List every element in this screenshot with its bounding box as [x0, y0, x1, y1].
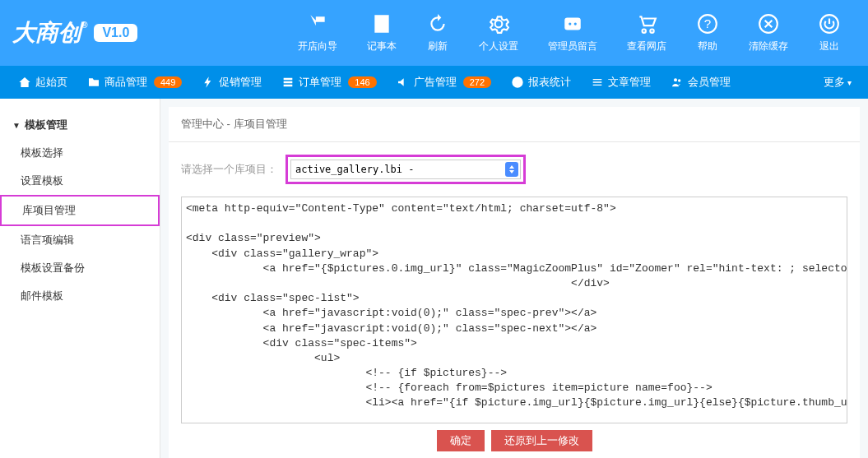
nav-promotions[interactable]: 促销管理	[192, 66, 272, 99]
nav-badge: 449	[154, 76, 182, 88]
cart-icon	[635, 12, 658, 35]
version-badge: V1.0	[94, 24, 137, 42]
form-row: 请选择一个库项目：	[169, 142, 860, 197]
nav-articles[interactable]: 文章管理	[581, 66, 661, 99]
notepad-button[interactable]: 记事本	[352, 6, 411, 60]
power-icon	[818, 12, 841, 35]
content-area: 管理中心 - 库项目管理 请选择一个库项目： 确定 还原到上一修改	[160, 99, 868, 458]
svg-rect-0	[564, 17, 581, 30]
select-wrapper	[285, 155, 526, 184]
top-header: 大商创® V1.0 开店向导 记事本 刷新 个人设置 管理员留言 查看网店	[0, 0, 868, 66]
form-label: 请选择一个库项目：	[181, 162, 277, 177]
main-container: ▼ 模板管理 模板选择 设置模板 库项目管理 语言项编辑 模板设置备份 邮件模板…	[0, 99, 868, 458]
registered-mark: ®	[81, 21, 87, 30]
svg-point-7	[674, 78, 677, 81]
refresh-button[interactable]: 刷新	[411, 6, 464, 60]
view-store-button[interactable]: 查看网店	[612, 6, 681, 60]
confirm-button[interactable]: 确定	[437, 430, 485, 451]
notepad-icon	[370, 12, 393, 35]
nav-orders[interactable]: 订单管理 146	[272, 66, 386, 99]
svg-point-8	[678, 79, 680, 81]
message-icon	[561, 12, 584, 35]
button-row: 确定 还原到上一修改	[169, 423, 860, 458]
close-icon	[757, 12, 780, 35]
library-select[interactable]	[290, 160, 521, 179]
revert-button[interactable]: 还原到上一修改	[491, 430, 592, 451]
help-icon: ?	[696, 12, 719, 35]
logo-text: 大商创®	[12, 17, 87, 49]
content-inner: 管理中心 - 库项目管理 请选择一个库项目： 确定 还原到上一修改	[169, 107, 860, 458]
users-icon	[671, 76, 684, 89]
sidebar-item-mail[interactable]: 邮件模板	[0, 282, 160, 310]
chevron-down-icon: ▾	[847, 78, 852, 87]
code-area	[181, 197, 847, 423]
sidebar-header[interactable]: ▼ 模板管理	[0, 111, 160, 139]
lines-icon	[591, 76, 604, 89]
logo-area: 大商创® V1.0	[12, 17, 137, 49]
chart-icon	[511, 76, 524, 89]
sidebar-item-set-template[interactable]: 设置模板	[0, 167, 160, 195]
refresh-icon	[426, 12, 449, 35]
settings-button[interactable]: 个人设置	[464, 6, 533, 60]
chevron-down-icon: ▼	[12, 121, 21, 130]
list-icon	[281, 76, 295, 89]
nav-bar: 起始页 商品管理 449 促销管理 订单管理 146 广告管理 272 报表统计…	[0, 66, 868, 99]
sidebar-item-language[interactable]: 语言项编辑	[0, 226, 160, 254]
home-icon	[18, 76, 31, 89]
nav-badge: 146	[348, 76, 376, 88]
gear-icon	[487, 12, 510, 35]
sidebar-item-library[interactable]: 库项目管理	[0, 195, 160, 226]
nav-reports[interactable]: 报表统计	[501, 66, 581, 99]
code-textarea[interactable]	[182, 197, 847, 423]
nav-badge: 272	[463, 76, 491, 88]
nav-home[interactable]: 起始页	[8, 66, 77, 99]
svg-text:?: ?	[704, 16, 711, 30]
breadcrumb: 管理中心 - 库项目管理	[169, 107, 860, 142]
bolt-icon	[202, 76, 215, 89]
clear-cache-button[interactable]: 清除缓存	[734, 6, 803, 60]
help-button[interactable]: ? 帮助	[681, 6, 734, 60]
sidebar-item-backup[interactable]: 模板设置备份	[0, 254, 160, 282]
megaphone-icon	[397, 76, 410, 89]
messages-button[interactable]: 管理员留言	[533, 6, 612, 60]
nav-members[interactable]: 会员管理	[661, 66, 740, 99]
svg-point-2	[574, 22, 577, 25]
wizard-button[interactable]: 开店向导	[283, 6, 352, 60]
nav-products[interactable]: 商品管理 449	[77, 66, 192, 99]
top-actions: 开店向导 记事本 刷新 个人设置 管理员留言 查看网店 ? 帮助 清除缓存	[283, 6, 856, 60]
logout-button[interactable]: 退出	[803, 6, 856, 60]
folder-icon	[87, 76, 100, 89]
wizard-icon	[306, 12, 329, 35]
svg-point-1	[569, 22, 571, 25]
nav-more[interactable]: 更多 ▾	[815, 75, 860, 90]
sidebar: ▼ 模板管理 模板选择 设置模板 库项目管理 语言项编辑 模板设置备份 邮件模板	[0, 99, 160, 458]
nav-ads[interactable]: 广告管理 272	[387, 66, 501, 99]
sidebar-item-template-select[interactable]: 模板选择	[0, 139, 160, 167]
